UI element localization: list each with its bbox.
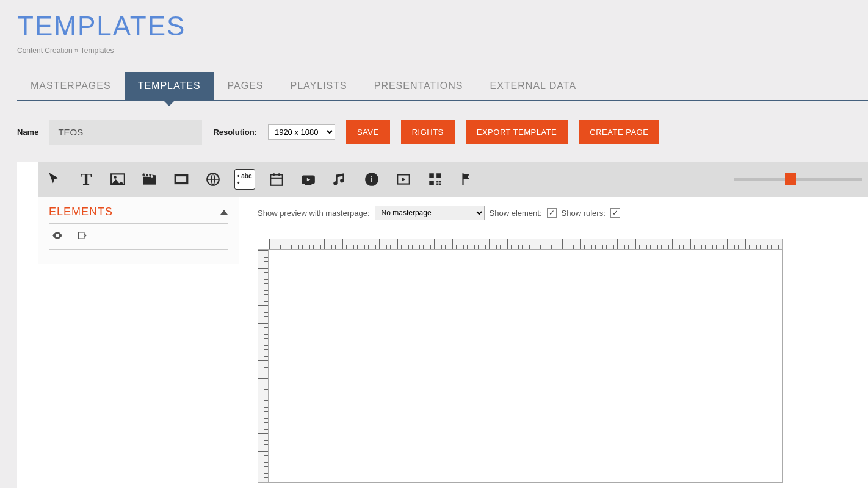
resolution-select[interactable]: 1920 x 1080	[268, 124, 335, 140]
qr-icon[interactable]	[425, 169, 446, 190]
breadcrumb-sep: »	[73, 46, 81, 55]
svg-rect-12	[429, 181, 434, 185]
name-input[interactable]	[49, 120, 202, 145]
canvas[interactable]	[269, 249, 783, 483]
calendar-icon[interactable]	[266, 169, 287, 190]
page-title: TEMPLATES	[0, 0, 868, 41]
zoom-thumb[interactable]	[785, 173, 796, 185]
rights-button[interactable]: RIGHTS	[401, 120, 455, 144]
svg-rect-17	[79, 232, 84, 239]
svg-rect-16	[439, 181, 441, 182]
breadcrumb-parent[interactable]: Content Creation	[17, 46, 73, 55]
elements-panel: ELEMENTS	[38, 197, 239, 264]
breadcrumb: Content Creation » Templates	[0, 41, 868, 55]
image-icon[interactable]	[107, 169, 128, 190]
lock-layer-icon[interactable]	[76, 230, 88, 243]
resolution-label: Resolution:	[213, 127, 257, 137]
flag-icon[interactable]	[457, 169, 477, 190]
youtube-icon[interactable]	[298, 169, 319, 190]
save-button[interactable]: SAVE	[346, 120, 390, 144]
badge-icon[interactable]: i	[361, 169, 382, 190]
tab-masterpages[interactable]: MASTERPAGES	[17, 72, 125, 100]
show-element-label: Show element:	[490, 209, 542, 218]
editor: T • abc • i	[17, 162, 868, 488]
rectangle-icon[interactable]	[171, 169, 192, 190]
svg-rect-13	[436, 181, 438, 182]
tab-playlists[interactable]: PLAYLISTS	[277, 72, 361, 100]
elements-controls	[49, 224, 228, 250]
svg-rect-14	[439, 184, 441, 185]
tab-templates[interactable]: TEMPLATES	[125, 72, 214, 100]
show-element-checkbox[interactable]: ✓	[547, 208, 557, 218]
preview-label: Show preview with masterpage:	[258, 209, 370, 218]
text-tool-icon[interactable]: T	[76, 169, 96, 190]
pointer-icon[interactable]	[44, 169, 65, 190]
ruler-top	[269, 239, 783, 249]
marquee-icon[interactable]: • abc •	[234, 169, 255, 190]
eye-icon[interactable]	[51, 230, 63, 243]
canvas-main: Show preview with masterpage: No masterp…	[239, 197, 868, 488]
elements-title: ELEMENTS	[49, 206, 113, 218]
tab-external-data[interactable]: EXTERNAL DATA	[476, 72, 590, 100]
svg-rect-10	[429, 173, 434, 178]
svg-rect-15	[436, 184, 438, 185]
canvas-area	[258, 239, 783, 483]
globe-icon[interactable]	[203, 169, 223, 190]
form-row: Name Resolution: 1920 x 1080 SAVE RIGHTS…	[17, 120, 868, 145]
name-label: Name	[17, 127, 38, 137]
svg-rect-2	[175, 176, 187, 184]
svg-point-1	[114, 176, 117, 179]
music-icon[interactable]	[330, 169, 350, 190]
collapse-icon[interactable]	[220, 210, 228, 215]
clapper-icon[interactable]	[139, 169, 160, 190]
tab-pages[interactable]: PAGES	[214, 72, 277, 100]
breadcrumb-current: Templates	[81, 46, 114, 55]
ruler-left	[258, 249, 269, 483]
play-in-box-icon[interactable]	[393, 169, 414, 190]
show-rulers-label: Show rulers:	[562, 209, 606, 218]
tabs: MASTERPAGES TEMPLATES PAGES PLAYLISTS PR…	[17, 72, 868, 101]
export-template-button[interactable]: EXPORT TEMPLATE	[466, 120, 568, 144]
svg-rect-6	[305, 184, 312, 185]
tab-presentations[interactable]: PRESENTATIONS	[361, 72, 477, 100]
canvas-options: Show preview with masterpage: No masterp…	[258, 206, 868, 220]
zoom-slider[interactable]	[734, 178, 862, 181]
svg-rect-11	[436, 173, 441, 178]
toolbar: T • abc • i	[38, 162, 868, 197]
create-page-button[interactable]: CREATE PAGE	[579, 120, 659, 144]
masterpage-select[interactable]: No masterpage	[375, 206, 485, 220]
svg-text:i: i	[371, 175, 372, 184]
svg-rect-4	[270, 174, 283, 185]
show-rulers-checkbox[interactable]: ✓	[610, 208, 620, 218]
